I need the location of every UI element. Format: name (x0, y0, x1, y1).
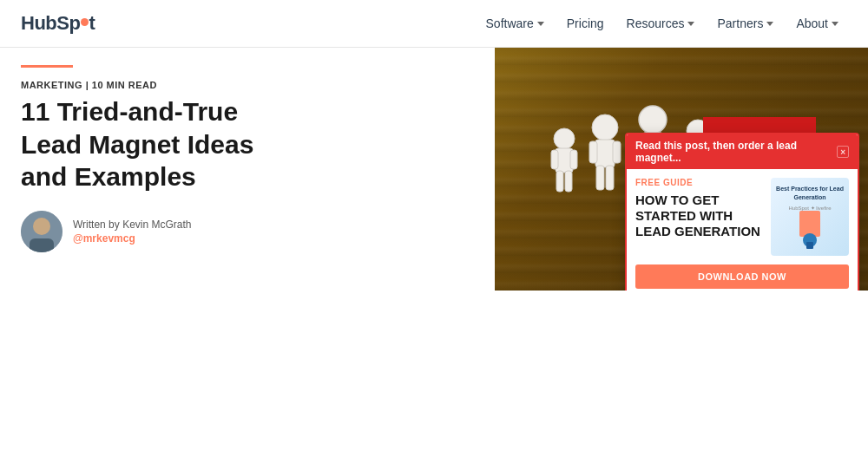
svg-rect-35 (806, 242, 813, 249)
svg-rect-11 (589, 141, 597, 163)
svg-rect-8 (565, 171, 572, 192)
svg-rect-10 (595, 140, 615, 167)
ad-download-button[interactable]: DOWNLOAD NOW (635, 264, 849, 289)
svg-rect-12 (613, 141, 621, 163)
ad-book-image: Best Practices for Lead Generation HubSp… (771, 178, 849, 256)
category-line: MARKETING | 10 MIN READ (21, 80, 569, 90)
nav-resources[interactable]: Resources (618, 11, 704, 36)
avatar-image (21, 211, 62, 252)
ad-popup: Read this post, then order a lead magnet… (625, 133, 859, 291)
ad-figure-svg (792, 211, 827, 249)
chevron-down-icon (687, 22, 694, 26)
written-by-label: Written by Kevin McGrath (73, 219, 192, 231)
author-row: Written by Kevin McGrath @mrkevmcg (21, 211, 569, 252)
svg-rect-2 (30, 238, 54, 252)
orange-accent-bar (21, 65, 73, 68)
hero-image: Read this post, then order a lead magnet… (495, 48, 868, 291)
ad-close-button[interactable]: × (837, 146, 849, 158)
svg-point-1 (33, 218, 50, 235)
svg-rect-7 (556, 171, 563, 192)
ad-logos: HubSpot ✦ livefire (788, 205, 831, 211)
ad-free-guide-label: FREE GUIDE (635, 178, 762, 187)
nav-software[interactable]: Software (477, 11, 553, 36)
main-wrapper: MARKETING | 10 MIN READ 11 Tried-and-Tru… (0, 48, 868, 457)
nav-about[interactable]: About (787, 11, 847, 36)
ad-header-text: Read this post, then order a lead magnet… (635, 140, 837, 164)
main-nav: Software Pricing Resources Partners Abou… (477, 11, 847, 36)
ad-title: HOW TO GET STARTED WITH LEAD GENERATION (635, 193, 762, 239)
svg-rect-33 (799, 211, 820, 237)
nav-partners[interactable]: Partners (708, 11, 782, 36)
site-header: HubSpt Software Pricing Resources Partne… (0, 0, 868, 48)
logo-spot (81, 18, 89, 26)
logo[interactable]: HubSpt (21, 12, 95, 35)
chevron-down-icon (832, 22, 838, 26)
svg-point-9 (592, 114, 618, 140)
ad-text-column: FREE GUIDE HOW TO GET STARTED WITH LEAD … (635, 178, 762, 256)
svg-rect-13 (596, 166, 604, 190)
ad-book-title-text: Best Practices for Lead Generation (776, 185, 844, 200)
svg-rect-6 (570, 150, 577, 169)
avatar (21, 211, 62, 252)
svg-rect-5 (551, 150, 558, 169)
article-title: 11 Tried-and-True Lead Magnet Ideas and … (21, 95, 299, 193)
author-handle[interactable]: @mrkevmcg (73, 232, 192, 245)
svg-point-3 (554, 128, 575, 149)
svg-rect-14 (606, 166, 614, 190)
chevron-down-icon (537, 22, 544, 26)
chevron-down-icon (766, 22, 773, 26)
logo-text: HubSpt (21, 12, 95, 35)
author-info: Written by Kevin McGrath @mrkevmcg (73, 219, 192, 245)
svg-point-15 (639, 106, 667, 134)
nav-pricing[interactable]: Pricing (558, 11, 613, 36)
ad-body: FREE GUIDE HOW TO GET STARTED WITH LEAD … (627, 169, 858, 264)
ad-cta-row: DOWNLOAD NOW (627, 264, 858, 291)
ad-header: Read this post, then order a lead magnet… (627, 134, 858, 169)
